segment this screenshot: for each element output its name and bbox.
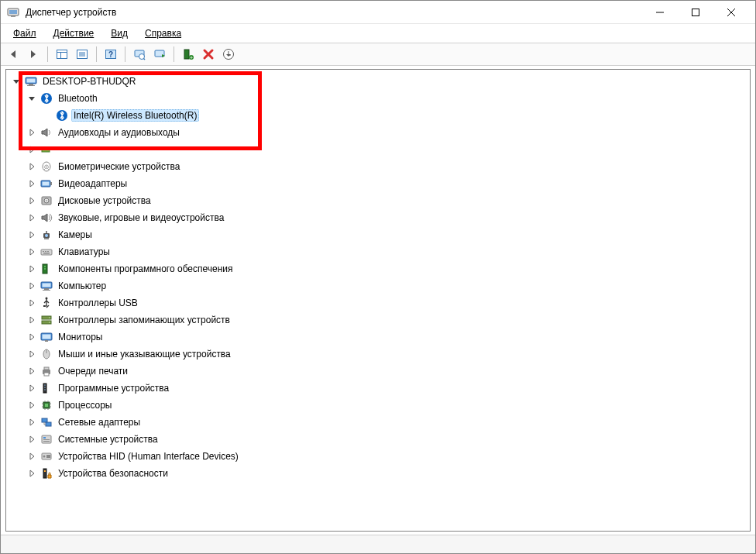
install-legacy-button[interactable]: + [179, 45, 198, 64]
tree-node[interactable]: Сетевые адаптеры [6, 414, 750, 431]
chevron-right-icon[interactable] [26, 161, 37, 172]
keyboard-icon [40, 246, 53, 258]
svg-point-50 [44, 268, 46, 270]
svg-rect-53 [44, 288, 49, 290]
chevron-right-icon[interactable] [26, 246, 37, 257]
svg-rect-41 [46, 231, 47, 233]
svg-point-71 [44, 387, 45, 387]
tree-node[interactable]: Контроллеры USB [6, 294, 750, 311]
chevron-right-icon[interactable] [26, 332, 37, 342]
enable-device-button[interactable] [150, 45, 169, 64]
tree-node[interactable]: Мыши и иные указывающие устройства [6, 346, 750, 363]
chevron-down-icon[interactable] [11, 76, 22, 87]
svg-rect-47 [43, 253, 50, 254]
minimize-button[interactable] [642, 1, 678, 24]
tree-node[interactable]: Биометрические устройства [6, 158, 750, 175]
delete-button[interactable] [199, 45, 218, 64]
tree-node[interactable]: Программные устройства [6, 380, 750, 397]
chevron-right-icon[interactable] [26, 195, 37, 206]
tree-node[interactable]: Компьютер [6, 277, 750, 294]
tree-node-label: Контроллеры USB [56, 297, 140, 309]
svg-rect-27 [27, 85, 35, 86]
svg-rect-74 [45, 404, 48, 407]
tree-root-node[interactable]: DESKTOP-BTHUDQR [6, 73, 750, 90]
security-icon [40, 467, 53, 480]
properties-button[interactable] [219, 45, 238, 64]
tree-node[interactable]: Дисковые устройства [6, 192, 750, 209]
export-button[interactable] [73, 45, 91, 64]
titlebar: Диспетчер устройств [1, 1, 755, 24]
chevron-right-icon[interactable] [26, 451, 37, 462]
tree-node[interactable]: Контроллеры запоминающих устройств [6, 311, 750, 329]
svg-point-92 [43, 456, 46, 458]
chevron-right-icon[interactable] [26, 178, 37, 189]
tree-node[interactable]: Системные устройства [6, 431, 750, 448]
tree-node[interactable]: Устройства безопасности [6, 465, 750, 482]
device-manager-window: Диспетчер устройств Файл Действие Вид Сп… [0, 0, 756, 554]
chevron-right-icon[interactable] [26, 229, 37, 240]
tree-node[interactable]: Аудиовходы и аудиовыходы [6, 124, 750, 141]
tree-node[interactable]: Видеоадаптеры [6, 175, 750, 192]
bluetooth-icon [40, 92, 53, 105]
svg-point-55 [46, 298, 48, 300]
show-pane-button[interactable] [53, 45, 71, 64]
close-button[interactable] [713, 1, 749, 24]
chevron-right-icon[interactable] [26, 383, 37, 394]
svg-rect-2 [11, 15, 15, 17]
help-button[interactable]: ? [101, 45, 120, 64]
forward-button[interactable] [24, 45, 43, 64]
chevron-right-icon[interactable] [26, 434, 37, 445]
tree-node-label: Процессоры [56, 399, 115, 411]
chevron-right-icon[interactable] [26, 280, 37, 291]
chevron-right-icon[interactable] [26, 417, 37, 428]
menu-file[interactable]: Файл [5, 26, 44, 41]
chevron-right-icon[interactable] [26, 366, 37, 377]
window-controls [642, 1, 749, 24]
tree-node[interactable]: Компоненты программного обеспечения [6, 260, 750, 277]
chevron-right-icon[interactable] [26, 315, 37, 325]
chevron-right-icon[interactable] [26, 127, 37, 138]
back-button[interactable] [4, 45, 22, 64]
tree-node[interactable]: Очереди печати [6, 363, 750, 380]
tree-node[interactable] [6, 141, 750, 158]
tree-node-label: Биометрические устройства [56, 160, 182, 173]
menu-view[interactable]: Вид [103, 26, 136, 41]
chevron-right-icon[interactable] [26, 263, 37, 274]
tree-node[interactable]: Процессоры [6, 397, 750, 414]
menu-help[interactable]: Справка [137, 26, 189, 41]
svg-rect-43 [41, 249, 52, 255]
chevron-right-icon[interactable] [26, 400, 37, 411]
monitor-icon [40, 331, 53, 343]
svg-point-59 [49, 317, 50, 318]
chevron-right-icon[interactable] [26, 349, 37, 360]
tree-node[interactable]: Bluetooth [6, 90, 750, 107]
tree-node[interactable]: Устройства HID (Human Interface Devices) [6, 448, 750, 465]
computer-icon [25, 75, 37, 88]
svg-rect-44 [43, 251, 44, 252]
svg-rect-88 [43, 437, 46, 439]
tree-node[interactable]: Камеры [6, 226, 750, 243]
scan-hardware-button[interactable] [130, 45, 149, 64]
svg-rect-30 [42, 147, 50, 152]
chevron-right-icon[interactable] [26, 298, 37, 308]
tree-leaf[interactable]: Intel(R) Wireless Bluetooth(R) [6, 107, 750, 124]
chevron-right-icon[interactable] [26, 144, 37, 155]
tree-node[interactable]: Клавиатуры [6, 243, 750, 260]
svg-rect-26 [29, 84, 33, 85]
svg-rect-46 [47, 251, 49, 252]
chevron-down-icon[interactable] [26, 93, 37, 104]
svg-text:+: + [190, 55, 193, 60]
chevron-right-icon[interactable] [26, 468, 37, 479]
svg-point-70 [44, 384, 45, 385]
tree-node[interactable]: Мониторы [6, 329, 750, 346]
tree-node[interactable]: Звуковые, игровые и видеоустройства [6, 209, 750, 226]
biometric-icon [40, 160, 53, 173]
maximize-button[interactable] [678, 1, 713, 24]
system-icon [40, 433, 53, 446]
menu-action[interactable]: Действие [46, 26, 102, 41]
chevron-right-icon[interactable] [26, 212, 37, 223]
tree-pane[interactable]: DESKTOP-BTHUDQRBluetoothIntel(R) Wireles… [5, 69, 751, 532]
printer-icon [40, 365, 53, 377]
computer-icon [40, 280, 53, 292]
network-icon [40, 416, 53, 428]
